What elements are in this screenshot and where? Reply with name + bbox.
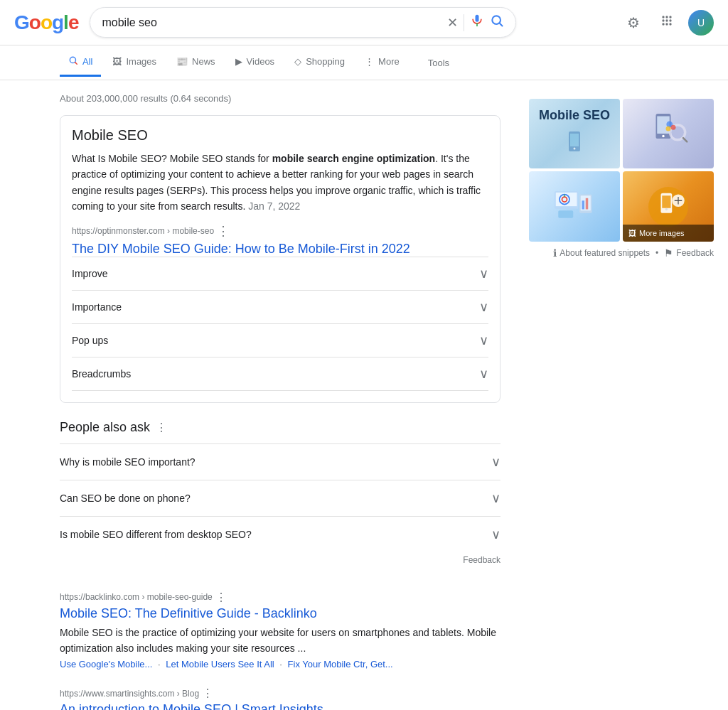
expand-label-popups: Pop ups [72,335,108,346]
info-icon: ℹ [553,247,557,259]
result-url-row-0: https://backlinko.com › mobile-seo-guide… [60,591,500,604]
featured-snippet: Mobile SEO What Is Mobile SEO? Mobile SE… [60,115,500,403]
paa-chevron-2: ∨ [491,527,500,542]
paa-chevron-0: ∨ [491,454,500,470]
svg-line-3 [500,23,503,26]
result-url-row-1: https://www.smartinsights.com › Blog ⋮ [60,687,500,700]
tab-all-label: All [82,56,92,67]
tab-all[interactable]: All [60,48,101,77]
svg-line-14 [75,63,77,65]
paa-item-1[interactable]: Can SEO be done on phone? ∨ [60,480,500,516]
user-avatar[interactable]: U [688,10,714,36]
svg-rect-39 [662,195,670,208]
feedback-icon: ⚑ [664,247,673,259]
paa-feedback[interactable]: Feedback [60,552,500,576]
results-count: About 203,000,000 results (0.64 seconds) [60,93,500,104]
chevron-icon-breadcrumbs: ∨ [479,366,488,382]
tab-more[interactable]: ⋮ More [356,49,408,76]
svg-rect-16 [570,134,579,146]
result-link-0-2[interactable]: Fix Your Mobile Ctr, Get... [288,659,393,669]
paa-chevron-1: ∨ [491,490,500,506]
image-1-placeholder [623,99,714,168]
google-logo: Google [14,11,78,34]
svg-point-7 [662,19,664,21]
people-also-ask: People also ask ⋮ Why is mobile SEO impo… [60,420,500,576]
tab-images[interactable]: 🖼 Images [104,49,165,76]
snippet-result-link[interactable]: The DIY Mobile SEO Guide: How to Be Mobi… [72,242,410,256]
svg-point-17 [573,148,575,150]
apps-icon[interactable] [654,8,680,37]
all-tab-icon [68,55,78,68]
result-link-0-0[interactable]: Use Google's Mobile... [60,659,152,669]
images-tab-icon: 🖼 [112,56,122,67]
svg-point-40 [665,208,668,210]
snippet-more-icon[interactable]: ⋮ [217,223,230,239]
paa-more-icon[interactable]: ⋮ [156,421,167,434]
snippet-url-row: https://optinmonster.com › mobile-seo ⋮ [72,223,488,239]
image-0[interactable]: Mobile SEO [529,99,620,168]
paa-question-2: Is mobile SEO different from desktop SEO… [60,529,252,540]
snippet-text-part1: What Is Mobile SEO? Mobile SEO stands fo… [72,153,272,164]
paa-item-2[interactable]: Is mobile SEO different from desktop SEO… [60,516,500,552]
header: Google ✕ ⚙ [0,0,728,45]
result-snippet-0: Mobile SEO is the practice of optimizing… [60,625,500,656]
svg-point-8 [665,19,668,21]
svg-point-5 [665,16,668,18]
expand-row-improve[interactable]: Improve ∨ [72,257,488,290]
expand-row-popups[interactable]: Pop ups ∨ [72,323,488,357]
image-2-placeholder [529,171,620,241]
image-2[interactable] [529,171,620,241]
result-url-0: https://backlinko.com › mobile-seo-guide [60,592,213,602]
settings-icon[interactable]: ⚙ [621,9,646,37]
images-grid: Mobile SEO [529,99,714,242]
svg-rect-0 [476,15,479,22]
result-more-icon-1[interactable]: ⋮ [202,687,213,700]
tab-videos[interactable]: ▶ Videos [227,49,284,76]
more-images-icon: 🖼 [628,229,636,237]
paa-header: People also ask ⋮ [60,420,500,435]
result-link-0-1[interactable]: Let Mobile Users See It All [166,659,274,669]
paa-question-0: Why is mobile SEO important? [60,456,196,468]
result-link-sep-1: · [279,659,282,669]
left-column: About 203,000,000 results (0.64 seconds)… [60,87,500,710]
result-url-1: https://www.smartinsights.com › Blog [60,689,199,699]
snippet-bold-text: mobile search engine optimization [272,153,435,164]
clear-icon[interactable]: ✕ [447,15,458,31]
image-1[interactable] [623,99,714,168]
image-0-placeholder: Mobile SEO [529,99,620,168]
snippet-feedback-btn[interactable]: ⚑ Feedback [664,247,714,259]
tools-button[interactable]: Tools [425,50,452,75]
result-title-0[interactable]: Mobile SEO: The Definitive Guide - Backl… [60,606,317,620]
svg-point-12 [669,23,671,25]
tab-shopping[interactable]: ◇ Shopping [286,49,353,76]
search-bar-container: ✕ [90,7,516,38]
expand-label-breadcrumbs: Breadcrumbs [72,368,131,380]
result-more-icon-0[interactable]: ⋮ [215,591,227,604]
image-3[interactable]: 🖼 More images [623,171,714,241]
search-input[interactable] [102,16,441,29]
mic-icon[interactable] [470,14,484,31]
svg-point-6 [669,16,671,18]
paa-item-0[interactable]: Why is mobile SEO important? ∨ [60,443,500,480]
svg-point-10 [662,23,664,25]
svg-point-11 [665,23,668,25]
result-title-1[interactable]: An introduction to Mobile SEO | Smart In… [60,702,323,710]
expand-label-improve: Improve [72,268,108,279]
tab-videos-label: Videos [247,56,275,67]
expand-row-importance[interactable]: Importance ∨ [72,290,488,323]
tab-more-label: More [378,56,400,67]
search-divider [464,14,464,31]
search-submit-icon[interactable] [490,14,504,31]
images-panel: Mobile SEO [529,99,714,259]
result-links-0: Use Google's Mobile... · Let Mobile User… [60,659,500,669]
videos-tab-icon: ▶ [235,56,242,67]
more-images-overlay[interactable]: 🖼 More images [623,225,714,242]
tab-news[interactable]: 📰 News [168,49,224,76]
snippet-feedback-row: ℹ About featured snippets • ⚑ Feedback [529,247,714,259]
tab-images-label: Images [126,56,156,67]
expand-row-breadcrumbs[interactable]: Breadcrumbs ∨ [72,357,488,391]
more-tab-icon: ⋮ [365,56,374,67]
about-featured-snippets[interactable]: ℹ About featured snippets [553,247,650,259]
result-link-sep-0: · [158,659,161,669]
more-images-label: More images [639,229,685,237]
